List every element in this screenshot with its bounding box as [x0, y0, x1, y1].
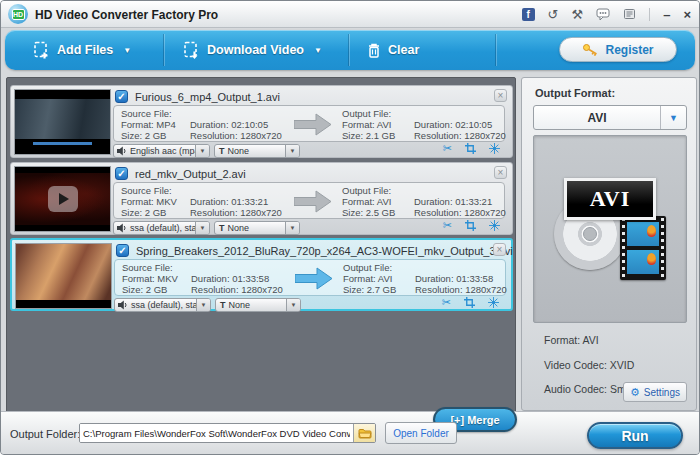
chevron-down-icon: ▼: [286, 299, 300, 311]
register-button[interactable]: Register: [559, 37, 677, 62]
file-name: Spring_Breakers_2012_BluRay_720p_x264_AC…: [136, 245, 513, 257]
remove-file-button[interactable]: ×: [494, 166, 507, 179]
download-video-button[interactable]: Download Video ▼: [183, 30, 322, 70]
subtitle-value: None: [225, 146, 286, 156]
add-file-icon: [33, 41, 50, 60]
toolbar-divider: [495, 34, 496, 66]
audio-track-value: ssa (default), star...: [128, 300, 196, 310]
clear-label: Clear: [388, 43, 419, 57]
source-resolution: Resolution: 1280x720: [190, 130, 282, 141]
effects-icon[interactable]: [489, 220, 500, 231]
avi-badge: AVI: [564, 178, 656, 220]
settings-button[interactable]: ⚙ Settings: [623, 382, 687, 402]
output-size: Size: 2.5 GB: [342, 207, 395, 218]
chevron-down-icon: ▼: [285, 145, 299, 157]
file-checkbox[interactable]: ✓: [116, 244, 129, 257]
chevron-down-icon: ▼: [660, 106, 686, 129]
subtitle-dropdown[interactable]: T None ▼: [214, 221, 300, 235]
output-duration: Duration: 01:33:58: [415, 273, 507, 284]
crop-icon[interactable]: [464, 297, 475, 308]
file-list: ✓ Furious_6_mp4_Output_1.avi × Source Fi…: [6, 77, 516, 413]
purchase-icon[interactable]: [623, 8, 636, 20]
close-button[interactable]: ×: [683, 8, 691, 21]
source-size: Size: 2 GB: [121, 207, 177, 218]
speaker-icon: [118, 300, 128, 310]
video-codec-detail: Video Codec: XVID: [544, 359, 634, 371]
add-files-label: Add Files: [57, 43, 113, 57]
video-thumbnail[interactable]: [15, 243, 112, 309]
output-resolution: Resolution: 1280x720: [414, 207, 506, 218]
check-icon: ✓: [117, 91, 125, 102]
output-size: Size: 2.7 GB: [343, 284, 396, 295]
file-info-box: Source File: Format: MKV Size: 2 GB Dura…: [113, 182, 505, 219]
app-window: HD HD Video Converter Factory Pro f ↺ ⚒ …: [0, 0, 700, 455]
output-folder-input[interactable]: [80, 424, 353, 442]
file-name: red_mkv_Output_2.avi: [135, 168, 246, 180]
output-label: Output File:: [343, 262, 396, 273]
browse-folder-button[interactable]: [353, 424, 375, 442]
source-size: Size: 2 GB: [121, 130, 176, 141]
open-folder-button[interactable]: Open Folder: [385, 422, 457, 444]
effects-icon[interactable]: [489, 143, 500, 154]
tools-icon[interactable]: ⚒: [572, 8, 584, 21]
source-format: Format: MKV: [121, 196, 177, 207]
output-format: Format: AVI: [343, 273, 396, 284]
audio-track-value: English aac (mp4...: [127, 146, 195, 156]
cut-icon[interactable]: ✂: [443, 220, 452, 231]
clear-button[interactable]: Clear: [367, 30, 419, 70]
source-resolution: Resolution: 1280x720: [191, 284, 283, 295]
subtitle-dropdown[interactable]: T None ▼: [214, 144, 300, 158]
bottom-bar: [+] Merge Output Folder: Open Folder Run: [1, 411, 699, 454]
output-format-dropdown[interactable]: AVI ▼: [533, 105, 687, 130]
file-row-selected[interactable]: ✓ Spring_Breakers_2012_BluRay_720p_x264_…: [10, 238, 513, 311]
audio-track-dropdown[interactable]: ssa (default), star... ▼: [114, 298, 211, 312]
effects-icon[interactable]: [488, 297, 499, 308]
window-title: HD Video Converter Factory Pro: [35, 8, 218, 22]
audio-track-dropdown[interactable]: ssa (default), star... ▼: [113, 221, 210, 235]
crop-icon[interactable]: [465, 220, 476, 231]
minimize-button[interactable]: –: [663, 8, 670, 21]
folder-icon: [358, 428, 372, 439]
video-thumbnail[interactable]: [14, 89, 111, 155]
file-checkbox[interactable]: ✓: [115, 167, 128, 180]
source-duration: Duration: 01:33:21: [190, 196, 282, 207]
run-button[interactable]: Run: [587, 422, 683, 449]
key-icon: [582, 43, 599, 56]
remove-file-button[interactable]: ×: [493, 243, 506, 256]
chevron-down-icon: ▼: [195, 145, 209, 157]
file-row[interactable]: ✓ Furious_6_mp4_Output_1.avi × Source Fi…: [10, 85, 513, 158]
cut-icon[interactable]: ✂: [443, 143, 452, 154]
video-thumbnail[interactable]: [14, 166, 111, 232]
play-icon[interactable]: [48, 186, 78, 212]
trash-icon: [367, 42, 381, 59]
subtitle-t-icon: T: [216, 300, 226, 310]
output-resolution: Resolution: 1280x720: [414, 130, 506, 141]
crop-icon[interactable]: [465, 143, 476, 154]
file-checkbox[interactable]: ✓: [115, 90, 128, 103]
title-bar: HD HD Video Converter Factory Pro f ↺ ⚒ …: [1, 1, 699, 28]
output-format-label: Output Format:: [535, 87, 615, 99]
remove-file-button[interactable]: ×: [494, 89, 507, 102]
facebook-icon[interactable]: f: [522, 8, 535, 21]
audio-track-dropdown[interactable]: English aac (mp4... ▼: [113, 144, 210, 158]
add-files-button[interactable]: Add Files ▼: [33, 30, 131, 70]
register-label: Register: [605, 43, 653, 57]
output-resolution: Resolution: 1280x720: [415, 284, 507, 295]
download-video-label: Download Video: [207, 43, 304, 57]
feedback-icon[interactable]: [596, 8, 610, 20]
file-row[interactable]: ✓ red_mkv_Output_2.avi × Source File: Fo…: [10, 162, 513, 235]
output-format-value: AVI: [534, 111, 660, 125]
subtitle-dropdown[interactable]: T None ▼: [215, 298, 301, 312]
check-icon: ✓: [118, 245, 126, 256]
cut-icon[interactable]: ✂: [442, 297, 451, 308]
download-icon: [183, 41, 200, 60]
chevron-down-icon: ▼: [285, 222, 299, 234]
convert-arrow-icon: [294, 190, 332, 213]
format-detail: Format: AVI: [544, 334, 599, 346]
toolbar-divider: [163, 34, 164, 66]
restore-undo-icon[interactable]: ↺: [548, 8, 559, 21]
app-logo-icon: HD: [8, 4, 28, 24]
source-label: Source File:: [121, 185, 177, 196]
source-size: Size: 2 GB: [122, 284, 178, 295]
output-folder-label: Output Folder:: [10, 428, 80, 440]
